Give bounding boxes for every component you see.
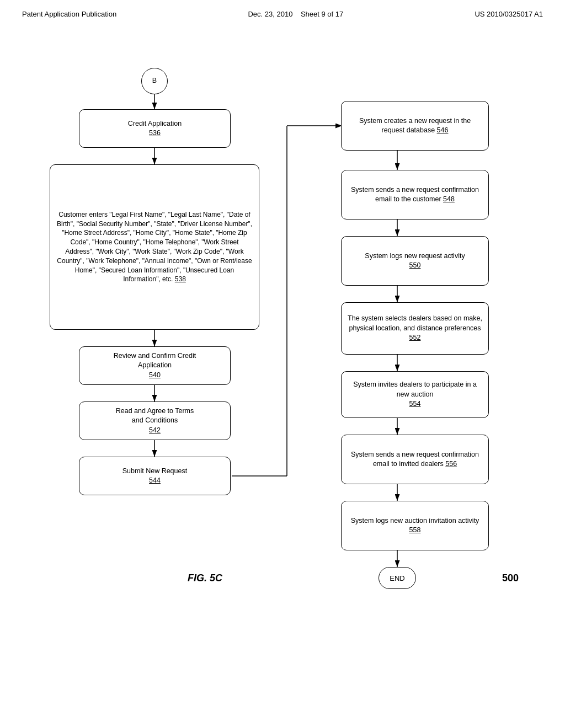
box-creates-request: System creates a new request in the requ… <box>341 101 489 151</box>
box-submit: Submit New Request 544 <box>79 457 231 495</box>
page-header: Patent Application Publication Dec. 23, … <box>0 0 565 24</box>
fig-label: FIG. 5C <box>188 572 222 584</box>
box-selects-dealers: The system selects dealers based on make… <box>341 302 489 355</box>
box-invites-dealers: System invites dealers to participate in… <box>341 371 489 418</box>
box-sends-confirmation: System sends a new request confirmation … <box>341 170 489 220</box>
box-customer-enters: Customer enters "Legal First Name", "Leg… <box>50 164 259 330</box>
box-logs-activity: System logs new request activity550 <box>341 236 489 286</box>
box-sends-dealer-email: System sends a new request confirmation … <box>341 435 489 484</box>
box-logs-auction: System logs new auction invitation activ… <box>341 501 489 550</box>
header-middle: Dec. 23, 2010 Sheet 9 of 17 <box>248 10 343 18</box>
header-left: Patent Application Publication <box>22 10 116 18</box>
header-right: US 2010/0325017 A1 <box>475 10 543 18</box>
start-circle: B <box>141 68 168 94</box>
end-circle: END <box>379 567 416 589</box>
fig-number: 500 <box>502 572 519 584</box>
diagram-area: B Credit Application 536 Customer enters… <box>0 29 565 708</box>
box-read-agree: Read and Agree to Terms and Conditions 5… <box>79 402 231 440</box>
box-credit-app: Credit Application 536 <box>79 109 231 148</box>
box-review-confirm: Review and Confirm Credit Application 54… <box>79 346 231 385</box>
